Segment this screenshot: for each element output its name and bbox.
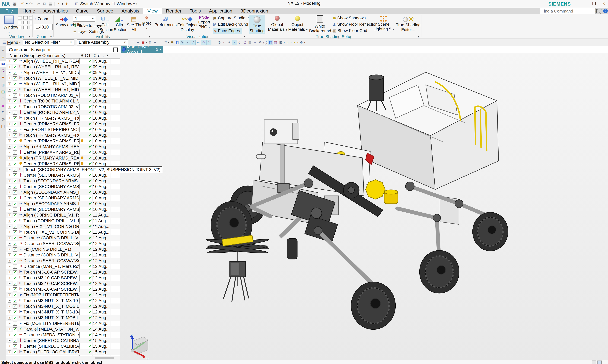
constraint-checkbox[interactable]: ✓ [13,259,17,263]
constraint-row[interactable]: +✓⇥Align (WHEEL_RH_V1, REAR STEER...✔09 … [6,58,120,64]
constraint-checkbox[interactable]: ✓ [13,247,17,251]
constraint-checkbox[interactable]: ✓ [13,196,17,200]
window-layout-grid[interactable] [18,16,33,29]
palette-icon[interactable]: ❒ [0,124,6,129]
global-materials-button[interactable]: GlobalMaterials ▾ [268,15,286,32]
constraint-checkbox[interactable]: ✓ [13,179,17,183]
expand-icon[interactable]: + [8,282,11,286]
column-created[interactable]: Cre... [93,53,104,58]
constraint-checkbox[interactable]: ✓ [13,230,17,234]
constraint-checkbox[interactable]: ✓ [13,304,17,309]
edit-object-display-button[interactable]: ⚯◆ Edit ObjectDisplay [177,15,198,32]
expand-icon[interactable]: + [8,185,11,188]
expand-icon[interactable]: + [8,299,11,302]
edit-section-button[interactable]: ⧉→ EditSection [100,15,111,32]
chevron-down-icon[interactable]: ▾ [290,41,292,44]
expand-icon[interactable]: + [8,202,11,206]
expand-icon[interactable]: + [8,117,11,120]
constraint-row[interactable]: +✓⇹Distance (MEDA_STATION_V1, M...✔14 Au… [6,332,120,338]
window-display-icon[interactable]: ⊞ [278,40,283,45]
expand-icon[interactable]: + [8,88,11,91]
constraint-row[interactable]: +✓⬢Center (PRIMARY ARMS_FRONT_...⬢✔10 Au… [6,138,120,144]
expand-icon[interactable]: + [8,191,11,194]
show-shadows-button[interactable]: ☗ Show Shadows [333,15,366,20]
background-icon[interactable]: ● [292,40,297,45]
constraint-checkbox[interactable]: ✓ [13,202,17,206]
scrollbar-thumb[interactable] [95,357,114,359]
curve-snap-icon[interactable]: ∿ [196,40,201,45]
constraint-checkbox[interactable]: ✓ [13,287,17,291]
pan-icon[interactable]: ✥ [258,40,262,45]
center-point-icon[interactable]: ⊙ [217,40,221,45]
constraint-row[interactable]: +✓∦Center (ROBOTIC ARM 01_V1, RO...✔10 A… [6,98,120,104]
constraint-checkbox[interactable]: ✓ [13,162,17,166]
tab-3dconnexion[interactable]: 3Dconnexion [236,8,272,14]
constraint-checkbox[interactable]: ✓ [13,208,17,212]
solid-cube-icon[interactable]: ◧ [175,40,180,45]
close-button[interactable]: ✕ [600,1,607,7]
white-background-button[interactable]: WhiteBackground ▾ [309,15,331,34]
move-to-layer-button[interactable]: ⇅ Move to Layer [73,23,104,28]
constraint-row[interactable]: +✓⊩Touch (ROBOTIC ARM 02_V1, RO...✔10 Au… [6,104,120,110]
constraint-checkbox[interactable]: ✓ [13,111,17,115]
constraint-row[interactable]: +✓⊩Touch (M3-10-CAP SCREW, MOBI...✔12 Au… [6,281,120,286]
rectangle-select-icon[interactable]: ⬚ [163,40,168,45]
constraint-row[interactable]: +✓⇹Distance (CORING DRILL_V1, PIXL...✔12… [6,235,120,241]
window-layout-option[interactable] [29,26,33,29]
see-thru-all-button[interactable]: ⬒ See-ThruAll [127,15,141,32]
constraint-checkbox[interactable]: ✓ [13,156,17,160]
constraint-row[interactable]: +✓⊩Touch (M3-10-CAP SCREW, MOBI...✔12 Au… [6,286,120,292]
constraint-row[interactable]: +✓∦Center (SHERLOC CALIBRATION T...✔15 A… [6,343,120,349]
expand-icon[interactable]: + [8,327,11,331]
zoom-window-icon[interactable]: ⌕ [253,40,257,45]
column-name[interactable]: Name (Group by Constraints) [10,53,65,58]
expand-icon[interactable]: + [8,162,11,166]
constraint-checkbox[interactable]: ✓ [13,71,17,75]
horizontal-scrollbar[interactable] [6,356,120,360]
constraint-row[interactable]: +✓∦Center (SECONDARY ARMS_FRO...✔10 Aug.… [6,184,120,189]
window-layout-option[interactable] [24,16,27,19]
expand-icon[interactable]: + [8,259,11,263]
constraint-row[interactable]: +✓⊩Touch (M3-NUT_X_T, M3-10-CAP ...✔12 A… [6,298,120,303]
constraint-row[interactable]: +✓⊩Touch (PRIMARY ARMS_FRONT_V...✔10 Aug… [6,132,120,138]
chevron-down-icon[interactable]: ▾ [304,41,306,44]
constraint-checkbox[interactable]: ✓ [13,253,17,257]
constraint-row[interactable]: +✓∦Center (SECONDARY ARMS_REAR...✔10 Aug… [6,207,120,212]
show-floor-grid-button[interactable]: ▦ Show Floor Grid [333,28,367,33]
tab-surface[interactable]: Surface [93,8,117,14]
panel-pin-icon[interactable] [113,48,118,52]
constraint-checkbox[interactable]: ✓ [13,65,17,69]
navigator-column-header[interactable]: Name (Group by Constraints) S C L Cre...… [6,52,120,59]
tab-analysis[interactable]: Analysis [117,8,143,14]
scene-lighting-button[interactable]: ●●●●●●● SceneLighting 5 ▾ [373,15,394,32]
constraint-row[interactable]: +✓⊩Touch (M3-NUT_X_T, MOBILITY D...✔12 A… [6,315,120,321]
constraint-row[interactable]: +✓⊩Touch (M3-10-CAP SCREW, MOBI...✔12 Au… [6,275,120,281]
minimize-ribbon-icon[interactable]: ⌃ [599,9,603,13]
constraint-row[interactable]: +✓⬢Align (PRIMARY ARMS_REAR_V2, ...⬢✔10 … [6,155,120,161]
assembly-navigator-icon[interactable]: ⧈ [0,54,6,60]
window-layout-option[interactable] [18,26,22,29]
facet-icon[interactable]: ⬠ [243,40,247,45]
expand-icon[interactable]: + [8,214,11,217]
constraint-checkbox[interactable]: ✓ [13,213,17,217]
constraint-row[interactable]: +✓⊩Touch (SECONDARY ARMS_FRONT_V2, SUSPE… [6,167,120,172]
constraint-row[interactable]: +✓∦Center (SECONDARY ARMS_REAR...✔10 Aug… [6,195,120,201]
roles-icon[interactable]: ⚙ [0,47,6,52]
constraint-row[interactable]: +✓⏚Fix (FRONT STEERING MOTORS_V...✔10 Au… [6,127,120,132]
expand-icon[interactable]: + [8,196,11,200]
expand-icon[interactable]: + [8,94,11,97]
tab-view[interactable]: View [143,8,162,14]
internet-explorer-icon[interactable]: ◍ [0,82,6,87]
visual-reports-icon[interactable]: ▰ [0,103,6,108]
constraint-row[interactable]: +✓⇹Distance (CORING DRILL_V1, SHE...✔12 … [6,252,120,258]
tab-curve[interactable]: Curve [72,8,93,14]
midpoint-icon[interactable]: ∕ [191,40,195,45]
graphics-viewport[interactable]: Mars Rover Assy.prt ⧉ × [120,46,608,360]
export-png-button[interactable]: PNG▸ ExportPNG ▾ [198,15,211,30]
constraint-checkbox[interactable]: ✓ [13,88,17,92]
constraint-checkbox[interactable]: ✓ [13,299,17,303]
constraint-row[interactable]: +✓⬢Center (PRIMARY ARMS_REAR_V2...⬢✔10 A… [6,161,120,167]
constraint-row[interactable]: +✓⊩Touch (ROBOTIC ARM 01_V1, RO...✔10 Au… [6,92,120,98]
window-button[interactable]: Window▾ [3,15,14,35]
constraint-row[interactable]: +✓⫽Parallel (MEDA_STATION_V1, MOB...✔14 … [6,326,120,332]
